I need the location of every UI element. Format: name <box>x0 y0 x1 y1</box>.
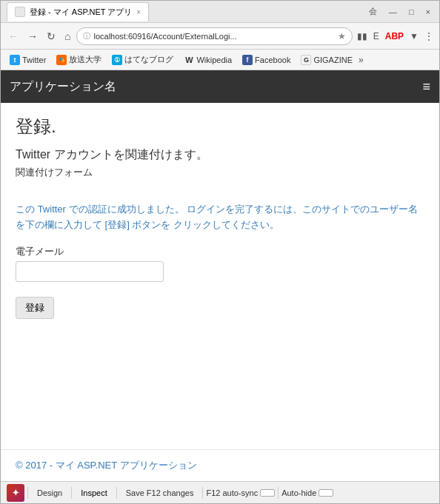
autohide-label: Auto-hide <box>281 488 316 497</box>
devtools-bar: ✦ Design Inspect Save F12 changes F12 au… <box>1 481 439 503</box>
bookmark-wikipedia[interactable]: W Wikipedia <box>179 53 236 67</box>
bookmark-gigazine[interactable]: G GIGAZINE <box>296 53 357 67</box>
hatena-bookmark-icon: ① <box>112 55 122 65</box>
bookmark-nhk[interactable]: 🎭 放送大学 <box>52 53 106 67</box>
autosync-label: F12 auto-sync <box>206 488 258 497</box>
nhk-bookmark-icon: 🎭 <box>56 55 67 65</box>
email-form-group: 電子メール <box>16 245 424 282</box>
bookmark-twitter-label: Twitter <box>22 56 46 64</box>
bookmark-twitter[interactable]: t Twitter <box>5 53 50 67</box>
save-button[interactable]: Save F12 changes <box>120 486 200 500</box>
page-content: アプリケーション名 ≡ 登録. Twitter アカウントを関連付けます。 関連… <box>1 70 439 481</box>
facebook-bookmark-icon: f <box>242 55 253 65</box>
extensions-icon[interactable]: E <box>372 30 381 43</box>
app-brand: アプリケーション名 <box>10 79 116 95</box>
email-input[interactable] <box>16 261 164 282</box>
separator-5 <box>278 487 279 499</box>
twitter-bookmark-icon: t <box>10 55 20 65</box>
bookmark-hatena-label: はてなブログ <box>124 54 173 65</box>
design-button[interactable]: Design <box>31 486 68 500</box>
page-footer: © 2017 - マイ ASP.NET アプリケーション <box>1 449 439 481</box>
tab-favicon <box>15 7 25 17</box>
email-label: 電子メール <box>16 245 424 258</box>
bookmark-hatena[interactable]: ① はてなブログ <box>107 53 178 67</box>
bookmark-wikipedia-label: Wikipedia <box>196 56 232 64</box>
visual-studio-icon: ✦ <box>7 484 24 502</box>
app-navbar: アプリケーション名 ≡ <box>1 70 439 103</box>
autohide-toggle[interactable]: Auto-hide <box>281 488 333 497</box>
inspect-button[interactable]: Inspect <box>75 486 113 500</box>
hamburger-button[interactable]: ≡ <box>422 79 430 95</box>
title-bar: 登録 - マイ ASP.NET アプリ × 会 — □ × <box>1 1 439 23</box>
pin-button[interactable]: 会 <box>366 4 380 19</box>
adblock-icon[interactable]: ABP <box>384 30 405 43</box>
wikipedia-bookmark-icon: W <box>184 55 194 65</box>
lock-icon: ⓘ <box>83 31 90 41</box>
tab-title: 登録 - マイ ASP.NET アプリ <box>30 7 132 18</box>
autosync-toggle-box[interactable] <box>260 489 275 497</box>
info-twitter-link[interactable]: Twitter <box>38 204 66 215</box>
tab-close-button[interactable]: × <box>136 8 141 16</box>
window-controls: 会 — □ × <box>366 4 433 19</box>
home-button[interactable]: ⌂ <box>61 29 73 44</box>
bookmark-gigazine-label: GIGAZINE <box>313 56 353 64</box>
menu-icon[interactable]: ⋮ <box>423 30 435 43</box>
page-title: 登録. <box>16 115 424 138</box>
autohide-toggle-box[interactable] <box>319 489 333 497</box>
separator-1 <box>27 487 28 499</box>
separator-2 <box>71 487 72 499</box>
nav-bar: ← → ↻ ⌂ ⓘ localhost:60916/Account/Extern… <box>1 23 439 50</box>
footer-text: © 2017 - マイ ASP.NET アプリケーション <box>16 460 197 471</box>
more-bookmarks-button[interactable]: » <box>359 55 364 65</box>
main-content: 登録. Twitter アカウントを関連付けます。 関連付けフォーム この Tw… <box>1 103 439 449</box>
info-part1: この <box>16 204 38 215</box>
browser-tab[interactable]: 登録 - マイ ASP.NET アプリ × <box>7 2 149 21</box>
bookmark-facebook-label: Facebook <box>255 56 290 64</box>
close-button[interactable]: × <box>423 6 433 18</box>
screenshot-icon[interactable]: ▮▮ <box>356 30 369 43</box>
bookmark-facebook[interactable]: f Facebook <box>238 53 295 67</box>
refresh-button[interactable]: ↻ <box>44 29 59 44</box>
bookmarks-bar: t Twitter 🎭 放送大学 ① はてなブログ W Wikipedia f … <box>1 50 439 70</box>
gigazine-bookmark-icon: G <box>301 55 311 65</box>
info-message: この Twitter での認証に成功しました。 ログインを完了するには、このサイ… <box>16 202 424 233</box>
separator-4 <box>202 487 203 499</box>
title-bar-content: 登録 - マイ ASP.NET アプリ × <box>7 2 366 21</box>
address-bar[interactable]: ⓘ localhost:60916/Account/ExternalLogi..… <box>76 27 352 45</box>
forward-button[interactable]: → <box>24 29 41 44</box>
separator-3 <box>116 487 117 499</box>
bookmark-star-icon[interactable]: ★ <box>338 31 346 41</box>
nav-right-icons: ▮▮ E ABP ▼ ⋮ <box>356 30 435 43</box>
url-text: localhost:60916/Account/ExternalLogi... <box>93 32 334 41</box>
page-subtitle: Twitter アカウントを関連付けます。 <box>16 147 424 163</box>
back-button[interactable]: ← <box>5 29 21 44</box>
autosync-toggle[interactable]: F12 auto-sync <box>206 488 275 497</box>
bookmark-nhk-label: 放送大学 <box>69 54 101 65</box>
info-part2: での認証に成功しました。 ログインを完了するには、このサイトでのユーザー名を下の… <box>16 204 418 230</box>
download-icon[interactable]: ▼ <box>408 30 420 43</box>
submit-button[interactable]: 登録 <box>16 297 54 319</box>
browser-window: 登録 - マイ ASP.NET アプリ × 会 — □ × ← → ↻ ⌂ ⓘ … <box>0 0 440 504</box>
page-subtitle-sub: 関連付けフォーム <box>16 166 424 179</box>
maximize-button[interactable]: □ <box>406 6 417 18</box>
minimize-button[interactable]: — <box>386 6 400 18</box>
